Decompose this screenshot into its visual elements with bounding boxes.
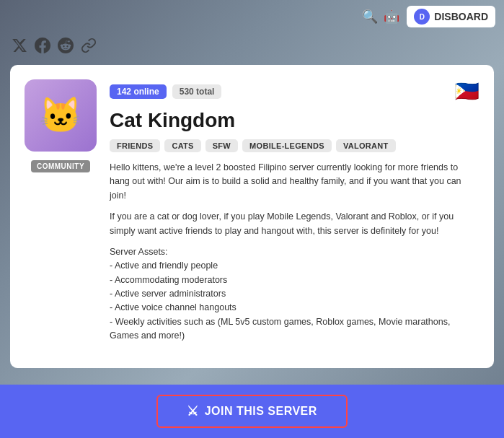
online-label: online (133, 87, 159, 97)
user-icon[interactable]: 🤖 (384, 9, 399, 25)
total-count: 530 (180, 87, 194, 97)
description: Hello kittens, we're a level 2 boosted F… (110, 161, 479, 343)
stats-badges: 142 online 530 total (110, 84, 221, 99)
stats-row: 142 online 530 total 🇵🇭 (110, 79, 479, 103)
tag: MOBILE-LEGENDS (242, 139, 332, 152)
category-label: COMMUNITY (31, 160, 90, 172)
facebook-icon[interactable] (35, 38, 50, 58)
reddit-icon[interactable] (58, 38, 74, 58)
server-left-column: 🐱 COMMUNITY (25, 79, 97, 354)
disboard-label: DISBOARD (434, 11, 488, 22)
description-p3: Server Assets:- Active and friendly peop… (110, 245, 479, 343)
twitter-icon[interactable] (12, 38, 27, 58)
total-label: total (196, 87, 214, 97)
server-right-column: 142 online 530 total 🇵🇭 Cat Kingdom FRIE… (110, 79, 479, 354)
online-count: 142 (117, 87, 131, 97)
server-name: Cat Kingdom (110, 109, 479, 132)
description-p1: Hello kittens, we're a level 2 boosted F… (110, 161, 479, 203)
header: 🔍 🤖 D DISBOARD (0, 0, 504, 33)
tags-row: FRIENDSCATSSFWMOBILE-LEGENDSVALORANT (110, 139, 479, 152)
tag: FRIENDS (110, 139, 160, 152)
join-bar: ⚔ JOIN THIS SERVER (0, 385, 504, 438)
join-label: JOIN THIS SERVER (205, 405, 317, 418)
link-icon[interactable] (81, 38, 97, 58)
disboard-logo-icon: D (414, 9, 430, 25)
online-badge: 142 online (110, 84, 167, 99)
join-icon: ⚔ (187, 403, 199, 419)
cat-icon: 🐱 (39, 95, 82, 136)
search-icon[interactable]: 🔍 (362, 9, 378, 25)
tag: CATS (164, 139, 200, 152)
join-server-button[interactable]: ⚔ JOIN THIS SERVER (156, 395, 348, 428)
server-card: 🐱 COMMUNITY 142 online 530 total 🇵🇭 Cat … (10, 65, 494, 368)
tag: SFW (205, 139, 238, 152)
server-icon: 🐱 (25, 79, 97, 152)
description-p2: If you are a cat or dog lover, if you pl… (110, 210, 479, 238)
social-bar (0, 33, 504, 65)
tag: VALORANT (336, 139, 396, 152)
disboard-badge[interactable]: D DISBOARD (407, 6, 495, 27)
flag-icon: 🇵🇭 (454, 79, 479, 103)
total-badge: 530 total (172, 84, 222, 99)
header-icons: 🔍 🤖 (362, 9, 399, 25)
